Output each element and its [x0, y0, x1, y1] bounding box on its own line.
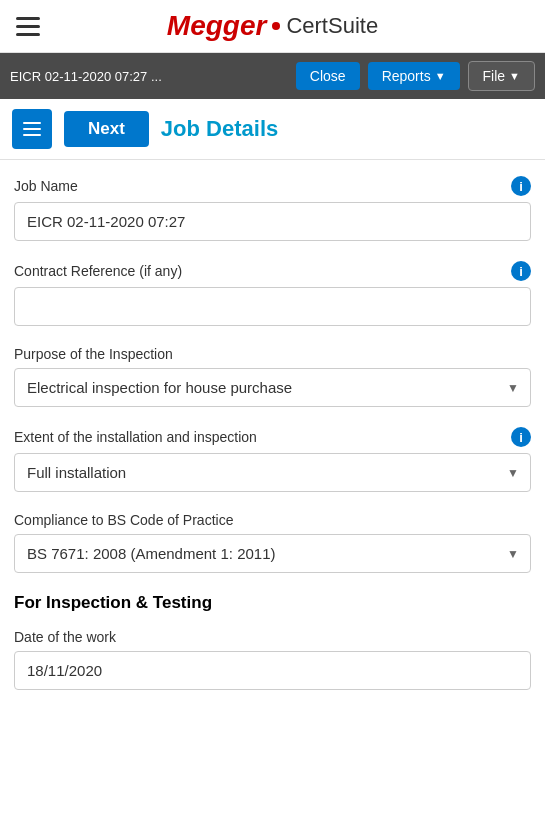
extent-label: Extent of the installation and inspectio…	[14, 429, 257, 445]
purpose-label-row: Purpose of the Inspection	[14, 346, 531, 362]
job-name-label: Job Name	[14, 178, 78, 194]
inspection-section-heading: For Inspection & Testing	[14, 593, 531, 613]
compliance-label: Compliance to BS Code of Practice	[14, 512, 233, 528]
logo-dot	[272, 22, 280, 30]
menu-button[interactable]	[12, 109, 52, 149]
next-button[interactable]: Next	[64, 111, 149, 147]
purpose-select[interactable]: Electrical inspection for house purchase…	[14, 368, 531, 407]
toolbar: Next Job Details	[0, 99, 545, 160]
reports-button[interactable]: Reports ▼	[368, 62, 460, 90]
extent-select-wrapper: Full installation Partial installation O…	[14, 453, 531, 492]
extent-label-row: Extent of the installation and inspectio…	[14, 427, 531, 447]
app-header: Megger CertSuite	[0, 0, 545, 53]
file-button[interactable]: File ▼	[468, 61, 535, 91]
job-name-label-row: Job Name i	[14, 176, 531, 196]
tab-title: EICR 02-11-2020 07:27 ...	[10, 69, 288, 84]
file-caret-icon: ▼	[509, 70, 520, 82]
hamburger-menu[interactable]	[16, 17, 40, 36]
compliance-label-row: Compliance to BS Code of Practice	[14, 512, 531, 528]
extent-group: Extent of the installation and inspectio…	[14, 427, 531, 492]
compliance-select[interactable]: BS 7671: 2008 (Amendment 1: 2011) BS 767…	[14, 534, 531, 573]
logo-megger: Megger	[167, 10, 267, 42]
contract-ref-info-icon[interactable]: i	[511, 261, 531, 281]
purpose-select-wrapper: Electrical inspection for house purchase…	[14, 368, 531, 407]
file-label: File	[483, 68, 506, 84]
purpose-group: Purpose of the Inspection Electrical ins…	[14, 346, 531, 407]
purpose-label: Purpose of the Inspection	[14, 346, 173, 362]
date-label-row: Date of the work	[14, 629, 531, 645]
contract-ref-label-row: Contract Reference (if any) i	[14, 261, 531, 281]
contract-ref-input[interactable]	[14, 287, 531, 326]
job-name-input[interactable]	[14, 202, 531, 241]
close-button[interactable]: Close	[296, 62, 360, 90]
job-name-group: Job Name i	[14, 176, 531, 241]
logo: Megger CertSuite	[167, 10, 378, 42]
extent-info-icon[interactable]: i	[511, 427, 531, 447]
contract-ref-label: Contract Reference (if any)	[14, 263, 182, 279]
date-input[interactable]	[14, 651, 531, 690]
page-title: Job Details	[161, 116, 278, 142]
date-label: Date of the work	[14, 629, 116, 645]
date-group: Date of the work	[14, 629, 531, 690]
reports-caret-icon: ▼	[435, 70, 446, 82]
contract-ref-group: Contract Reference (if any) i	[14, 261, 531, 326]
job-name-info-icon[interactable]: i	[511, 176, 531, 196]
reports-label: Reports	[382, 68, 431, 84]
extent-select[interactable]: Full installation Partial installation O…	[14, 453, 531, 492]
tab-bar: EICR 02-11-2020 07:27 ... Close Reports …	[0, 53, 545, 99]
form-content: Job Name i Contract Reference (if any) i…	[0, 160, 545, 726]
compliance-select-wrapper: BS 7671: 2008 (Amendment 1: 2011) BS 767…	[14, 534, 531, 573]
compliance-group: Compliance to BS Code of Practice BS 767…	[14, 512, 531, 573]
logo-certsuite: CertSuite	[286, 13, 378, 39]
